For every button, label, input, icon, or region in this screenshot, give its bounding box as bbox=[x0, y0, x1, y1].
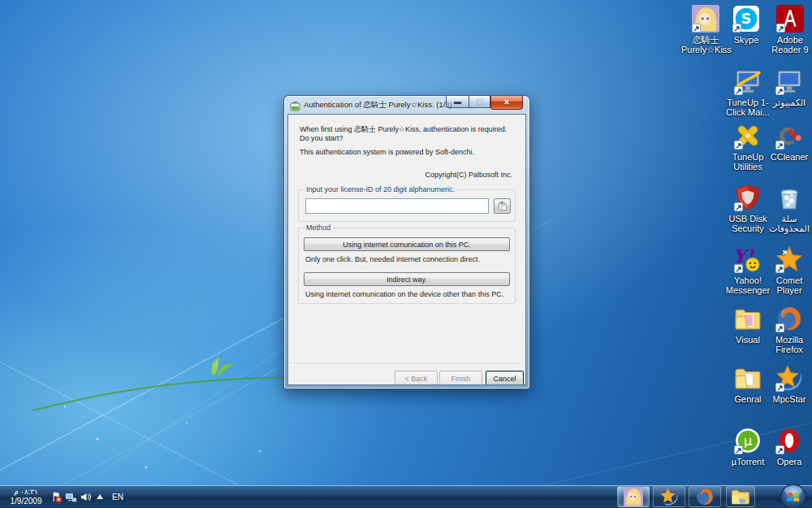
taskbar-app-explorer[interactable] bbox=[726, 486, 755, 507]
clock-date: 1/9/2009 bbox=[3, 497, 49, 506]
minimize-button[interactable]: ▬ bbox=[446, 96, 469, 108]
shortcut-arrow-icon bbox=[734, 202, 743, 211]
dialog-client-area: When first using 恋騎士 Purely☆Kiss, authen… bbox=[287, 114, 526, 385]
dialog-title: Authentication of 恋騎士 Purely☆Kiss. (1/3) bbox=[304, 100, 452, 111]
license-groupbox-label: Input your license-ID of 20 digit alphan… bbox=[304, 185, 457, 193]
desktop-icon-recycle-bin[interactable]: سلة المحذوفات bbox=[765, 184, 812, 233]
visual-folder-icon bbox=[734, 305, 762, 332]
powered-by-text: This authentication system is powered by… bbox=[300, 148, 474, 156]
indirect-way-button[interactable]: Indirect way. bbox=[304, 272, 510, 286]
desktop: 恋騎士 Purely☆Kiss S Skype Adobe Reader 9 T… bbox=[0, 0, 812, 508]
yahoo-messenger-icon: Y! bbox=[734, 245, 762, 273]
desktop-icon-label: Comet Player bbox=[765, 276, 812, 295]
shortcut-arrow-icon bbox=[734, 264, 743, 273]
method-groupbox-label: Method bbox=[304, 224, 333, 232]
computer-icon bbox=[775, 67, 803, 95]
start-button[interactable] bbox=[780, 483, 807, 508]
method2-caption: Using internet comunication on the devic… bbox=[305, 290, 503, 298]
mpcstar-icon bbox=[775, 364, 803, 392]
shortcut-arrow-icon bbox=[734, 141, 743, 150]
desktop-icon-label: CCleaner bbox=[765, 152, 812, 162]
desktop-icon-label: Mozilla Firefox bbox=[765, 335, 812, 354]
license-id-input[interactable] bbox=[305, 198, 489, 214]
desktop-icon-label: الكمبيوتر bbox=[765, 98, 812, 107]
skype-icon: S bbox=[732, 5, 760, 33]
desktop-icon-firefox[interactable]: Mozilla Firefox bbox=[765, 305, 812, 354]
network-icon[interactable] bbox=[63, 485, 78, 508]
authentication-dialog: Authentication of 恋騎士 Purely☆Kiss. (1/3)… bbox=[284, 96, 529, 389]
taskbar-clock[interactable]: ٠٨:٣١ م 1/9/2009 bbox=[3, 488, 49, 506]
shortcut-arrow-icon bbox=[775, 383, 784, 392]
method-groupbox: Method Using internet comunication on th… bbox=[298, 228, 516, 304]
purely-kiss-icon bbox=[692, 5, 719, 33]
svg-text:µ: µ bbox=[744, 433, 752, 449]
firefox-taskbar-icon bbox=[695, 487, 715, 506]
taskbar-app-purely-kiss[interactable] bbox=[617, 486, 650, 507]
shortcut-arrow-icon bbox=[775, 264, 784, 273]
language-indicator[interactable]: EN bbox=[107, 485, 128, 508]
desktop-icon-computer[interactable]: الكمبيوتر bbox=[765, 67, 812, 107]
firefox-icon bbox=[775, 305, 803, 332]
windows-orb-icon bbox=[780, 483, 807, 508]
up-triangle-icon bbox=[97, 494, 103, 499]
desktop-icon-skype[interactable]: S Skype bbox=[722, 5, 771, 45]
desktop-icon-opera[interactable]: Opera bbox=[765, 427, 812, 467]
ccleaner-icon: C bbox=[775, 122, 803, 150]
soft-denchi-battery-icon bbox=[290, 100, 300, 110]
shortcut-arrow-icon bbox=[776, 24, 785, 33]
shortcut-arrow-icon bbox=[775, 445, 784, 454]
shortcut-arrow-icon bbox=[775, 323, 784, 332]
shortcut-arrow-icon bbox=[692, 24, 701, 33]
comet-player-icon bbox=[775, 245, 803, 273]
tuneup-utilities-icon bbox=[734, 122, 762, 150]
shortcut-arrow-icon bbox=[732, 24, 741, 33]
method1-caption: Only one click. But, needed internet con… bbox=[305, 255, 480, 263]
purely-kiss-taskbar-icon bbox=[624, 487, 643, 506]
adobe-reader-icon bbox=[776, 5, 804, 33]
shortcut-arrow-icon bbox=[775, 141, 784, 150]
close-button[interactable]: ✕ bbox=[490, 96, 523, 110]
show-hidden-icons-button[interactable] bbox=[93, 485, 107, 508]
internet-this-pc-button[interactable]: Using internet comunication on this PC. bbox=[304, 237, 510, 251]
svg-text:S: S bbox=[741, 10, 752, 27]
back-button[interactable]: < Back bbox=[395, 371, 438, 385]
paste-button[interactable] bbox=[494, 198, 511, 214]
taskbar-app-firefox[interactable] bbox=[689, 486, 721, 507]
shortcut-arrow-icon bbox=[734, 445, 743, 454]
recycle-bin-icon bbox=[775, 184, 803, 211]
desktop-icon-adobe-reader[interactable]: Adobe Reader 9 bbox=[766, 5, 812, 54]
tuneup-1click-icon bbox=[734, 67, 762, 95]
intro-text-line2: Do you start? bbox=[300, 134, 343, 142]
shortcut-arrow-icon bbox=[775, 86, 784, 95]
desktop-icon-ccleaner[interactable]: C CCleaner bbox=[765, 122, 812, 162]
desktop-icon-label: سلة المحذوفات bbox=[765, 214, 812, 233]
desktop-icon-label: Skype bbox=[722, 35, 771, 45]
copyright-text: Copyright(C) Paltiosoft Inc. bbox=[425, 171, 512, 179]
license-groupbox: Input your license-ID of 20 digit alphan… bbox=[298, 189, 516, 222]
utorrent-icon: µ bbox=[734, 427, 762, 454]
taskbar: ٠٨:٣١ م 1/9/2009 EN bbox=[0, 485, 812, 508]
action-center-flag-icon[interactable] bbox=[49, 485, 63, 508]
shortcut-arrow-icon bbox=[734, 86, 743, 95]
dialog-titlebar[interactable]: Authentication of 恋騎士 Purely☆Kiss. (1/3)… bbox=[284, 96, 529, 114]
finish-button[interactable]: Finish bbox=[439, 371, 482, 385]
explorer-folder-icon bbox=[731, 487, 750, 506]
genral-folder-icon bbox=[734, 364, 762, 392]
desktop-icon-comet-player[interactable]: Comet Player bbox=[765, 245, 812, 295]
desktop-icon-label: MpcStar bbox=[765, 394, 812, 404]
system-tray: ٠٨:٣١ م 1/9/2009 EN bbox=[0, 485, 128, 508]
taskbar-app-mpcstar[interactable] bbox=[653, 486, 685, 507]
clock-time: ٠٨:٣١ م bbox=[3, 488, 49, 497]
maximize-button[interactable]: ▢ bbox=[469, 96, 490, 108]
usb-disk-security-icon bbox=[734, 184, 762, 211]
desktop-icon-label: Adobe Reader 9 bbox=[766, 35, 812, 54]
mpcstar-taskbar-icon bbox=[659, 487, 679, 506]
desktop-icon-mpcstar[interactable]: MpcStar bbox=[765, 364, 812, 404]
opera-icon bbox=[775, 427, 803, 454]
volume-icon[interactable] bbox=[78, 485, 93, 508]
clipboard-icon bbox=[497, 201, 508, 211]
cancel-button[interactable]: Cancel bbox=[486, 371, 524, 385]
button-separator bbox=[292, 363, 522, 364]
desktop-icon-label: Opera bbox=[765, 457, 812, 467]
